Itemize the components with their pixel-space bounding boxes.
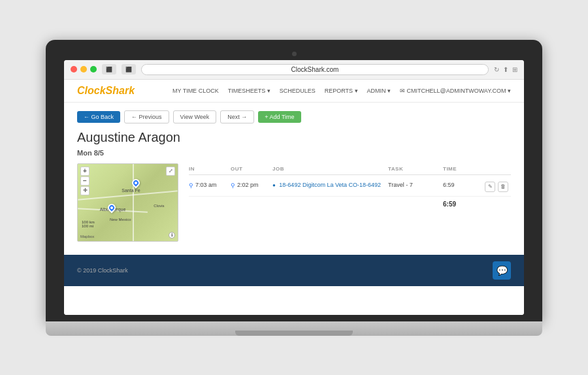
map-crosshair[interactable]: ✛	[80, 186, 90, 195]
nav-admin[interactable]: ADMIN ▾	[367, 88, 391, 94]
view-week-button[interactable]: View Week	[173, 110, 217, 123]
address-bar[interactable]: ClockShark.com	[141, 64, 489, 75]
main-area: ← Go Back ← Previous View Week Next → + …	[64, 103, 524, 255]
ts-col-job: JOB	[272, 166, 385, 172]
edit-button[interactable]: ✎	[485, 182, 495, 192]
job-link[interactable]: 18-6492 Digitcom La Veta CO-18-6492	[279, 182, 381, 188]
ts-job: ● 18-6492 Digitcom La Veta CO-18-6492	[272, 182, 385, 188]
map-scale: 100 km100 mi	[82, 220, 95, 228]
nav-schedules[interactable]: SCHEDULES	[280, 88, 316, 94]
tab-icon[interactable]: ⊞	[512, 66, 517, 73]
app-logo: ClockShark	[77, 85, 135, 97]
forward-nav-button[interactable]: ⬛	[122, 64, 136, 74]
go-back-button[interactable]: ← Go Back	[77, 111, 120, 123]
map-info-button[interactable]: ℹ	[169, 232, 175, 238]
nav-links: MY TIME CLOCK TIMESHEETS ▾ SCHEDULES REP…	[172, 88, 511, 94]
ts-time-in: ⚲ 7:03 am	[189, 182, 228, 189]
table-row: ⚲ 7:03 am ⚲ 2:02 pm ● 18-6492 Digitcom L…	[189, 178, 511, 197]
laptop-screen: ⬛ ⬛ ClockShark.com ↻ ⬆ ⊞ ClockShark MY	[64, 60, 524, 315]
map-zoom-out[interactable]: −	[80, 176, 90, 186]
chat-icon: 💬	[497, 265, 508, 276]
logo-shark: Shark	[106, 85, 135, 96]
ts-col-actions	[485, 166, 511, 172]
refresh-icon[interactable]: ↻	[494, 66, 499, 73]
laptop-base	[46, 321, 542, 336]
ts-col-out: OUT	[231, 166, 270, 172]
map-attribution: Mapbox	[80, 235, 94, 238]
ts-header: IN OUT JOB TASK TIME	[189, 163, 511, 175]
ts-time-value: 6:59	[443, 182, 482, 188]
back-nav-button[interactable]: ⬛	[102, 64, 116, 74]
map-label-new-mexico: New Mexico	[110, 218, 131, 221]
browser-icons: ↻ ⬆ ⊞	[494, 66, 517, 73]
ts-actions: ✎ 🗑	[485, 182, 511, 192]
browser-chrome: ⬛ ⬛ ClockShark.com ↻ ⬆ ⊞	[64, 60, 524, 80]
share-icon[interactable]: ⬆	[503, 66, 508, 73]
nav-user[interactable]: ✉ CMITCHELL@ADMINTWOWAY.COM ▾	[400, 88, 511, 94]
nav-timesheets[interactable]: TIMESHEETS ▾	[228, 88, 270, 94]
map-expand-button[interactable]: ⤢	[166, 167, 175, 176]
timesheet: IN OUT JOB TASK TIME ⚲ 7:03 am	[189, 163, 511, 242]
minimize-button[interactable]	[80, 66, 87, 73]
time-out-value: 2:02 pm	[237, 182, 259, 188]
footer-copyright: © 2019 ClockShark	[77, 267, 128, 274]
pin-icon-in: ⚲	[189, 182, 193, 189]
ts-col-in: IN	[189, 166, 228, 172]
camera-bar	[64, 52, 524, 56]
top-nav: ClockShark MY TIME CLOCK TIMESHEETS ▾ SC…	[64, 80, 524, 103]
map-zoom-in[interactable]: +	[80, 167, 90, 176]
traffic-lights	[71, 66, 97, 73]
close-button[interactable]	[71, 66, 77, 73]
toolbar: ← Go Back ← Previous View Week Next → + …	[77, 110, 511, 123]
previous-button[interactable]: ← Previous	[124, 110, 169, 123]
app-content: ClockShark MY TIME CLOCK TIMESHEETS ▾ SC…	[64, 80, 524, 315]
ts-col-task: TASK	[388, 166, 440, 172]
next-button[interactable]: Next →	[220, 110, 254, 123]
laptop-shell: ⬛ ⬛ ClockShark.com ↻ ⬆ ⊞ ClockShark MY	[46, 40, 542, 336]
add-time-button[interactable]: + Add Time	[258, 111, 301, 123]
pin-icon-out: ⚲	[231, 182, 235, 189]
ts-total-row: 6:59	[189, 197, 511, 212]
ts-total-value: 6:59	[443, 201, 482, 208]
map-road-vertical	[133, 164, 134, 241]
job-icon: ●	[272, 182, 276, 188]
nav-my-time-clock[interactable]: MY TIME CLOCK	[172, 88, 219, 94]
chat-button[interactable]: 💬	[493, 261, 511, 280]
screen-bezel: ⬛ ⬛ ClockShark.com ↻ ⬆ ⊞ ClockShark MY	[46, 40, 542, 321]
map-container[interactable]: Santa Fe Albuquerque New Mexico Clovis +…	[77, 163, 178, 242]
map-label-santa-fe: Santa Fe	[122, 188, 140, 193]
ts-col-time: TIME	[443, 166, 482, 172]
page-title: Augustine Aragon	[77, 130, 511, 145]
logo-clock: Clock	[77, 85, 106, 96]
camera	[292, 52, 297, 56]
time-in-value: 7:03 am	[195, 182, 217, 188]
content-grid: Santa Fe Albuquerque New Mexico Clovis +…	[77, 163, 511, 242]
app-footer: © 2019 ClockShark 💬	[64, 255, 524, 286]
map-label-clovis: Clovis	[154, 204, 164, 208]
delete-button[interactable]: 🗑	[498, 182, 508, 192]
map-terrain	[78, 164, 178, 241]
ts-task: Travel - 7	[388, 182, 440, 188]
date-label: Mon 8/5	[77, 149, 511, 157]
map-controls: + − ✛	[80, 167, 90, 195]
ts-time-out: ⚲ 2:02 pm	[231, 182, 270, 189]
nav-reports[interactable]: REPORTS ▾	[325, 88, 358, 94]
maximize-button[interactable]	[90, 66, 97, 73]
